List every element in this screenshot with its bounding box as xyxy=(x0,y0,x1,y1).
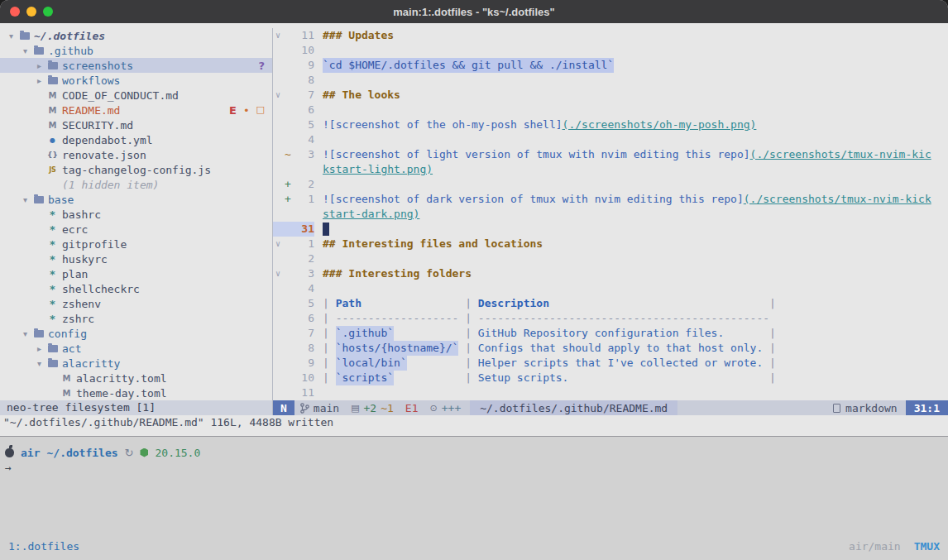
minimize-button[interactable] xyxy=(26,7,36,17)
tree-item-config[interactable]: ▾config xyxy=(0,326,272,341)
tree-item-act[interactable]: ▸act xyxy=(0,341,272,356)
git-sign: ~ xyxy=(283,147,293,162)
status-mark: □ xyxy=(256,104,265,117)
expander-icon[interactable]: ▸ xyxy=(33,61,45,70)
editor-line[interactable]: 9| `local/bin` | Helper scripts that I'v… xyxy=(273,356,948,371)
gutter: 2 xyxy=(273,251,314,266)
editor-line[interactable]: ∨11### Updates xyxy=(273,28,948,43)
editor-line[interactable]: 10| `scripts` | Setup scripts. | xyxy=(273,371,948,385)
tree-item-alacritty[interactable]: ▾alacritty xyxy=(0,356,272,371)
conf-icon: * xyxy=(45,268,60,280)
tree-item-screenshots[interactable]: ▸screenshots? xyxy=(0,58,272,73)
editor-line[interactable]: 5![screenshot of the oh-my-posh shell](.… xyxy=(273,117,948,132)
git-sign xyxy=(283,341,293,356)
tree-item-huskyrc[interactable]: *huskyrc xyxy=(0,251,272,266)
line-text: | Path | Description | xyxy=(314,296,776,311)
expander-icon[interactable]: ▾ xyxy=(5,31,17,41)
editor-line[interactable]: 31 xyxy=(273,222,948,237)
tree-item-dependabot-yml[interactable]: ●dependabot.yml xyxy=(0,132,272,147)
editor-line[interactable]: start-dark.png) xyxy=(273,207,948,222)
expander-icon[interactable]: ▾ xyxy=(19,329,31,338)
tree-item-alacritty-toml[interactable]: Malacritty.toml xyxy=(0,371,272,385)
expander-icon[interactable]: ▸ xyxy=(33,344,45,353)
tree-item-gitprofile[interactable]: *gitprofile xyxy=(0,237,272,251)
status-mark: E xyxy=(229,104,237,117)
tree-item-label: .github xyxy=(45,45,93,57)
tree-item-dotfiles[interactable]: ▾~/.dotfiles xyxy=(0,28,272,43)
tree-item-shellcheckrc[interactable]: *shellcheckrc xyxy=(0,281,272,296)
editor-line[interactable]: 6 xyxy=(273,103,948,117)
expander-icon[interactable]: ▾ xyxy=(19,195,31,204)
tree-item-code-of-conduct-md[interactable]: MCODE_OF_CONDUCT.md xyxy=(0,88,272,103)
editor-line[interactable]: 4 xyxy=(273,132,948,147)
editor-line[interactable]: ∨1## Interesting files and locations xyxy=(273,237,948,251)
tree-item-security-md[interactable]: MSECURITY.md xyxy=(0,117,272,132)
conf-icon: * xyxy=(45,253,60,266)
editor-line[interactable]: 8| `hosts/{hostname}/` | Configs that sh… xyxy=(273,341,948,356)
shell-input-line[interactable]: → xyxy=(5,461,948,476)
line-number: 31 xyxy=(293,222,314,237)
neo-tree-file-tree[interactable]: ▾~/.dotfiles▾.github▸screenshots?▸workfl… xyxy=(0,28,273,400)
tree-item-workflows[interactable]: ▸workflows xyxy=(0,73,272,88)
tree-item-zshrc[interactable]: *zshrc xyxy=(0,311,272,326)
syntax-segment: start-dark.png) xyxy=(323,207,419,222)
editor-line[interactable]: +2 xyxy=(273,177,948,192)
tree-item-label: config xyxy=(45,328,87,340)
syntax-segment: ----------------------------------------… xyxy=(478,311,769,326)
tree-item-bashrc[interactable]: *bashrc xyxy=(0,207,272,222)
fold-column xyxy=(273,58,283,73)
expander-icon[interactable]: ▸ xyxy=(33,76,45,85)
editor-line[interactable]: kstart-light.png) xyxy=(273,162,948,177)
syntax-segment: | xyxy=(394,371,478,385)
line-number: 10 xyxy=(293,371,314,385)
editor-line[interactable]: 6| ------------------- | ---------------… xyxy=(273,311,948,326)
close-button[interactable] xyxy=(10,7,20,17)
editor-line[interactable]: 11 xyxy=(273,385,948,400)
tree-item-renovate-json[interactable]: {}renovate.json xyxy=(0,147,272,162)
editor-line[interactable]: 7| `.github` | GitHub Repository configu… xyxy=(273,326,948,341)
zoom-button[interactable] xyxy=(43,7,53,17)
editor-line[interactable]: 4 xyxy=(273,281,948,296)
editor-line[interactable]: ∨7## The looks xyxy=(273,88,948,103)
line-number: 2 xyxy=(293,251,314,266)
line-number: 1 xyxy=(293,237,314,251)
tree-item-label: renovate.json xyxy=(60,149,146,161)
tree-item-plan[interactable]: *plan xyxy=(0,266,272,281)
editor-line[interactable]: 2 xyxy=(273,251,948,266)
line-text: kstart-light.png) xyxy=(314,162,433,177)
tree-item-ecrc[interactable]: *ecrc xyxy=(0,222,272,237)
syntax-segment: Description xyxy=(478,296,549,311)
fold-open-icon[interactable]: ∨ xyxy=(273,266,283,281)
tree-item-theme-day-toml[interactable]: Mtheme-day.toml xyxy=(0,385,272,400)
tree-item-github[interactable]: ▾.github xyxy=(0,43,272,58)
expander-icon[interactable]: ▾ xyxy=(33,359,45,368)
editor-line[interactable]: ~3![screenshot of light version of tmux … xyxy=(273,147,948,162)
editor-line[interactable]: 8 xyxy=(273,73,948,88)
tree-item-readme-md[interactable]: MREADME.mdE•□ xyxy=(0,103,272,117)
git-sign xyxy=(283,251,293,266)
conf-icon: * xyxy=(45,223,60,236)
editor-line[interactable]: 10 xyxy=(273,43,948,58)
syntax-segment: (./screenshots/tmux-nvim-kick xyxy=(744,192,931,207)
expander-icon[interactable]: ▾ xyxy=(19,46,31,55)
conf-icon: * xyxy=(45,208,60,221)
tree-item-zshenv[interactable]: *zshenv xyxy=(0,296,272,311)
line-number: 8 xyxy=(293,341,314,356)
tmux-window-tab[interactable]: 1:.dotfiles xyxy=(8,540,79,553)
shell-pane[interactable]: air ~/.dotfiles ↻ 20.15.0 → xyxy=(0,437,948,476)
folder-icon xyxy=(31,330,45,337)
fold-open-icon[interactable]: ∨ xyxy=(273,237,283,251)
editor-line[interactable]: 5| Path | Description | xyxy=(273,296,948,311)
folder-icon xyxy=(45,62,60,69)
tree-item-base[interactable]: ▾base xyxy=(0,192,272,207)
line-text xyxy=(314,103,323,117)
editor-line[interactable]: 9`cd $HOME/.dotfiles && git pull && ./in… xyxy=(273,58,948,73)
tree-item-1-hidden-item[interactable]: (1 hidden item) xyxy=(0,177,272,192)
editor-line[interactable]: +1![screenshot of dark version of tmux w… xyxy=(273,192,948,207)
editor-line[interactable]: ∨3### Interesting folders xyxy=(273,266,948,281)
fold-open-icon[interactable]: ∨ xyxy=(273,88,283,103)
fold-open-icon[interactable]: ∨ xyxy=(273,28,283,43)
tree-item-tag-changelog-config-js[interactable]: JStag-changelog-config.js xyxy=(0,162,272,177)
folder-icon xyxy=(34,196,44,203)
editor-pane[interactable]: ∨11### Updates109`cd $HOME/.dotfiles && … xyxy=(273,28,948,400)
